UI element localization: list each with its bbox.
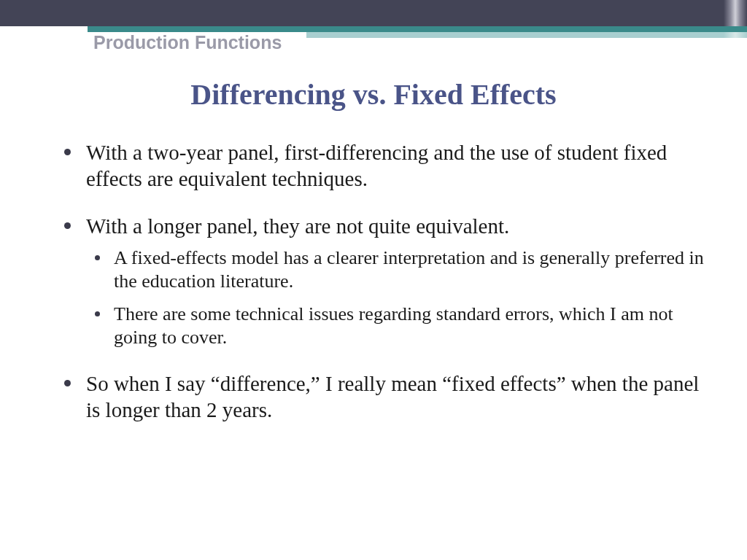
accent-left-cover <box>0 26 88 38</box>
accent-stripe-small <box>332 28 438 31</box>
list-item: A fixed-effects model has a clearer inte… <box>86 246 711 294</box>
list-item: With a two-year panel, first-differencin… <box>36 139 711 192</box>
sub-bullet-text: There are some technical issues regardin… <box>114 303 673 349</box>
sub-bullet-list: A fixed-effects model has a clearer inte… <box>86 246 711 350</box>
header-bar <box>0 0 747 26</box>
bullet-text: With a longer panel, they are not quite … <box>86 214 509 238</box>
slide-title: Differencing vs. Fixed Effects <box>0 77 747 112</box>
slide-content: With a two-year panel, first-differencin… <box>36 139 711 423</box>
section-label: Production Functions <box>93 32 282 53</box>
list-item: So when I say “difference,” I really mea… <box>36 370 711 424</box>
bullet-text: With a two-year panel, first-differencin… <box>86 141 667 190</box>
sub-bullet-text: A fixed-effects model has a clearer inte… <box>114 247 704 292</box>
bullet-list: With a two-year panel, first-differencin… <box>36 139 711 423</box>
accent-stripe-light <box>306 32 747 38</box>
list-item: There are some technical issues regardin… <box>86 303 711 350</box>
bullet-text: So when I say “difference,” I really mea… <box>86 372 699 421</box>
list-item: With a longer panel, they are not quite … <box>36 213 711 350</box>
